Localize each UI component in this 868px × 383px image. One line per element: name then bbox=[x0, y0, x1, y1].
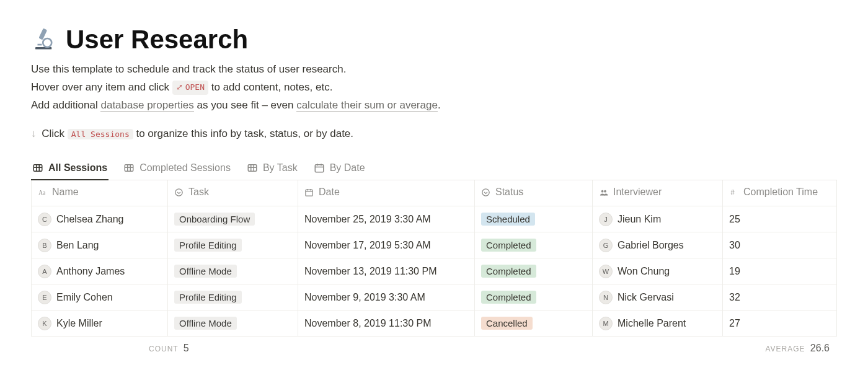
row-date: November 13, 2019 11:30 PM bbox=[298, 258, 475, 284]
row-name: Emily Cohen bbox=[56, 292, 113, 303]
row-completion-time: 30 bbox=[723, 232, 837, 258]
column-label: Date bbox=[319, 187, 340, 198]
status-badge: Completed bbox=[481, 265, 536, 278]
description-line-2: Hover over any item and click ⤢OPEN to a… bbox=[31, 79, 837, 95]
table-row[interactable]: EEmily CohenProfile EditingNovember 9, 2… bbox=[32, 284, 837, 310]
status-badge: Scheduled bbox=[481, 213, 535, 226]
row-completion-time: 19 bbox=[723, 258, 837, 284]
number-icon: # bbox=[729, 188, 738, 197]
table-row[interactable]: BBen LangProfile EditingNovember 17, 201… bbox=[32, 232, 837, 258]
view-tabs: All SessionsCompleted SessionsBy TaskBy … bbox=[31, 159, 837, 180]
column-header-name[interactable]: AaName bbox=[32, 180, 168, 206]
row-name: Chelsea Zhang bbox=[56, 214, 124, 225]
row-name: Ben Lang bbox=[56, 240, 99, 251]
status-badge: Cancelled bbox=[481, 317, 533, 330]
table-icon bbox=[123, 162, 135, 174]
avatar: E bbox=[38, 291, 51, 304]
task-tag: Offline Mode bbox=[174, 317, 237, 330]
tab-label: By Task bbox=[263, 162, 298, 174]
database-properties-link[interactable]: database properties bbox=[100, 99, 193, 112]
row-interviewer: Jieun Kim bbox=[618, 214, 661, 225]
avatar: C bbox=[38, 213, 51, 226]
average-value: 26.6 bbox=[810, 343, 830, 353]
tab-all-sessions[interactable]: All Sessions bbox=[31, 159, 108, 180]
task-tag: Offline Mode bbox=[174, 265, 237, 278]
row-name: Kyle Miller bbox=[56, 318, 102, 329]
tab-completed-sessions[interactable]: Completed Sessions bbox=[122, 159, 232, 180]
select-icon bbox=[481, 188, 490, 197]
table-row[interactable]: AAnthony JamesOffline ModeNovember 13, 2… bbox=[32, 258, 837, 284]
svg-point-27 bbox=[601, 190, 604, 192]
avatar: A bbox=[38, 265, 51, 278]
text-icon: Aa bbox=[38, 188, 47, 197]
avatar: N bbox=[599, 291, 613, 304]
tab-by-task[interactable]: By Task bbox=[246, 159, 299, 180]
column-header-interviewer[interactable]: Interviewer bbox=[593, 180, 723, 206]
row-completion-time: 32 bbox=[723, 284, 837, 310]
description-line-1: Use this template to schedule and track … bbox=[31, 61, 837, 77]
all-sessions-chip: All Sessions bbox=[68, 129, 133, 139]
calendar-icon bbox=[314, 162, 325, 174]
count-label: COUNT bbox=[149, 345, 178, 353]
row-completion-time: 25 bbox=[723, 206, 837, 232]
table-icon bbox=[32, 162, 43, 174]
count-value: 5 bbox=[184, 343, 189, 353]
down-arrow-icon: ↓ bbox=[31, 128, 37, 139]
column-label: Status bbox=[495, 187, 523, 198]
svg-point-26 bbox=[482, 188, 489, 195]
tab-by-date[interactable]: By Date bbox=[312, 159, 366, 180]
row-date: November 25, 2019 3:30 AM bbox=[298, 206, 475, 232]
svg-rect-22 bbox=[306, 190, 312, 196]
avatar: B bbox=[38, 239, 51, 252]
people-icon bbox=[599, 188, 608, 197]
status-badge: Completed bbox=[481, 239, 536, 252]
svg-text:#: # bbox=[731, 188, 735, 196]
page-title: User Research bbox=[66, 25, 248, 55]
avatar: G bbox=[599, 239, 613, 252]
table-row[interactable]: CChelsea ZhangOnboarding FlowNovember 25… bbox=[32, 206, 837, 232]
microscope-icon bbox=[31, 25, 57, 54]
column-label: Task bbox=[188, 187, 209, 198]
description-line-3: Add additional database properties as yo… bbox=[31, 97, 837, 113]
column-label: Completion Time bbox=[743, 187, 818, 198]
sessions-table: AaNameTaskDateStatusInterviewer#Completi… bbox=[31, 180, 837, 337]
table-row[interactable]: KKyle MillerOffline ModeNovember 8, 2019… bbox=[32, 310, 837, 337]
svg-rect-16 bbox=[315, 164, 324, 172]
table-footer: COUNT 5 AVERAGE 26.6 bbox=[31, 337, 837, 354]
column-label: Interviewer bbox=[613, 187, 662, 198]
row-interviewer: Gabriel Borges bbox=[618, 240, 684, 251]
select-icon bbox=[174, 188, 184, 197]
calendar-icon bbox=[304, 188, 314, 197]
row-date: November 8, 2019 11:30 PM bbox=[298, 310, 475, 337]
task-tag: Onboarding Flow bbox=[174, 213, 255, 226]
row-interviewer: Won Chung bbox=[618, 266, 670, 277]
task-tag: Profile Editing bbox=[174, 239, 242, 252]
column-header-completion_time[interactable]: #Completion Time bbox=[723, 180, 837, 206]
board-icon bbox=[247, 162, 258, 174]
task-tag: Profile Editing bbox=[174, 291, 242, 304]
avatar: M bbox=[599, 317, 613, 330]
column-header-date[interactable]: Date bbox=[298, 180, 475, 206]
svg-point-21 bbox=[175, 188, 182, 195]
hint-line: ↓ Click All Sessions to organize this in… bbox=[31, 128, 837, 140]
svg-point-28 bbox=[604, 190, 606, 192]
open-chip: ⤢OPEN bbox=[172, 81, 208, 95]
tab-label: All Sessions bbox=[48, 162, 107, 174]
row-interviewer: Nick Gervasi bbox=[618, 292, 674, 303]
svg-point-2 bbox=[43, 38, 51, 47]
calculate-sum-link[interactable]: calculate their sum or average bbox=[296, 99, 438, 112]
avatar: W bbox=[599, 265, 613, 278]
column-header-status[interactable]: Status bbox=[475, 180, 593, 206]
row-interviewer: Michelle Parent bbox=[618, 318, 686, 329]
column-label: Name bbox=[52, 187, 79, 198]
tab-label: Completed Sessions bbox=[140, 162, 231, 174]
row-name: Anthony James bbox=[56, 266, 125, 277]
row-completion-time: 27 bbox=[723, 310, 837, 337]
average-label: AVERAGE bbox=[765, 345, 805, 353]
tab-label: By Date bbox=[330, 162, 365, 174]
row-date: November 17, 2019 5:30 AM bbox=[298, 232, 475, 258]
svg-rect-3 bbox=[38, 44, 42, 46]
avatar: J bbox=[599, 213, 613, 226]
row-date: November 9, 2019 3:30 AM bbox=[298, 284, 475, 310]
column-header-task[interactable]: Task bbox=[168, 180, 298, 206]
